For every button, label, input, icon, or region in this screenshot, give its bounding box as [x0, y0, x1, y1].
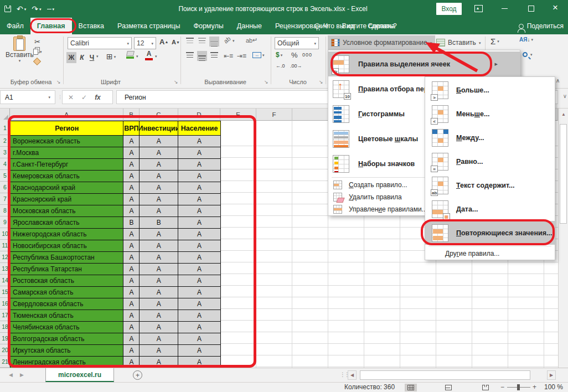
- ribbon-tab[interactable]: Вставка: [72, 18, 111, 34]
- cell-region[interactable]: Волгоградская область: [11, 333, 123, 345]
- row-header[interactable]: 11: [0, 240, 10, 251]
- cell-region[interactable]: Ростовская область: [11, 275, 123, 287]
- row-header[interactable]: 21: [0, 356, 10, 368]
- borders-button[interactable]: ⊞▾: [106, 52, 116, 61]
- row-header[interactable]: 18: [0, 321, 10, 333]
- cell-vrp[interactable]: А: [123, 310, 140, 322]
- cell-population[interactable]: А: [178, 171, 221, 182]
- cell-region[interactable]: Свердловская область: [11, 298, 123, 310]
- cell-vrp[interactable]: А: [123, 275, 140, 287]
- cell-investments[interactable]: А: [140, 264, 178, 275]
- decrease-indent-button[interactable]: ⇤≡: [224, 52, 233, 60]
- currency-format-button[interactable]: $▾: [276, 51, 282, 59]
- maximize-button[interactable]: [528, 6, 534, 12]
- cell-investments[interactable]: А: [140, 275, 178, 287]
- fill-color-caret[interactable]: ▾: [136, 54, 138, 58]
- ribbon-tab[interactable]: Главная: [30, 18, 72, 34]
- cell-investments[interactable]: А: [140, 333, 178, 345]
- scroll-up-icon[interactable]: ▲: [561, 112, 566, 117]
- menu-item-more-rules[interactable]: Другие правила...: [425, 247, 555, 260]
- row-header[interactable]: 6: [0, 182, 10, 193]
- vertical-scroll-thumb[interactable]: [560, 124, 567, 224]
- column-header[interactable]: B: [123, 109, 140, 121]
- font-name-combo[interactable]: Calibri▾: [68, 37, 132, 49]
- italic-button[interactable]: К: [78, 52, 86, 63]
- expand-formula-bar-button[interactable]: ∨: [563, 93, 567, 99]
- zoom-in-button[interactable]: +: [533, 383, 536, 391]
- align-top-button[interactable]: [185, 38, 195, 39]
- cell-investments[interactable]: В: [140, 217, 178, 229]
- save-button[interactable]: [4, 6, 11, 12]
- share-button[interactable]: Поделиться: [519, 18, 564, 34]
- undo-button[interactable]: ↶▾: [17, 5, 26, 13]
- cell-vrp[interactable]: А: [123, 264, 140, 275]
- cell-investments[interactable]: А: [140, 159, 178, 171]
- wrap-text-button[interactable]: ab↵: [246, 37, 257, 44]
- percent-format-button[interactable]: %: [291, 51, 298, 59]
- cell-region[interactable]: Самарская область: [11, 287, 123, 298]
- align-middle-button[interactable]: [197, 38, 207, 39]
- cell-region[interactable]: Республика Татарстан: [11, 264, 123, 275]
- cell-investments[interactable]: А: [140, 252, 178, 264]
- minimize-button[interactable]: [502, 8, 508, 9]
- cell-region[interactable]: Тюменская область: [11, 310, 123, 322]
- cell-region[interactable]: Новосибирская область: [11, 240, 123, 252]
- cell-population[interactable]: А: [178, 217, 221, 229]
- page-break-view-button[interactable]: [479, 384, 492, 391]
- menu-item[interactable]: Между...: [425, 126, 555, 149]
- menu-item[interactable]: ab Текст содержит...: [425, 173, 555, 197]
- cell-vrp[interactable]: А: [123, 252, 140, 264]
- cell-region-header[interactable]: Регион: [11, 121, 123, 136]
- add-sheet-button[interactable]: +: [133, 370, 142, 380]
- cell-population[interactable]: А: [178, 136, 221, 147]
- cell-investments[interactable]: А: [140, 171, 178, 182]
- cell-vrp[interactable]: А: [123, 182, 140, 194]
- decrease-font-button[interactable]: А▼: [172, 39, 180, 45]
- cell-vrp[interactable]: А: [123, 229, 140, 240]
- cell-population[interactable]: А: [178, 287, 221, 298]
- sort-filter-button[interactable]: АЯ↓▾: [519, 37, 533, 43]
- cut-button[interactable]: ✂: [34, 38, 40, 46]
- cell-population[interactable]: А: [178, 345, 221, 357]
- row-header[interactable]: 9: [0, 216, 10, 228]
- column-header[interactable]: D: [178, 109, 220, 121]
- paste-button[interactable]: Вставить ▾: [6, 37, 34, 63]
- underline-button[interactable]: Ч: [87, 52, 96, 63]
- cell-investments-header[interactable]: Инвестиции: [140, 121, 178, 136]
- cell-region[interactable]: Республика Башкортостан: [11, 252, 123, 264]
- cell-vrp[interactable]: А: [123, 194, 140, 205]
- orientation-button[interactable]: ab: [223, 35, 232, 44]
- underline-menu-caret[interactable]: ▾: [96, 54, 99, 58]
- format-painter-button[interactable]: [34, 59, 40, 64]
- row-header[interactable]: 2: [0, 135, 10, 147]
- cell-investments[interactable]: А: [140, 229, 178, 240]
- column-header[interactable]: F: [256, 109, 292, 121]
- decrease-decimal-button[interactable]: .00→: [290, 63, 302, 69]
- autosum-button[interactable]: Σ▾: [490, 37, 499, 46]
- copy-button[interactable]: ▾: [33, 49, 42, 55]
- row-header[interactable]: 13: [0, 263, 10, 275]
- cell-region[interactable]: Нижегородская область: [11, 229, 123, 240]
- cell-vrp[interactable]: А: [123, 171, 140, 182]
- ribbon-tab[interactable]: Разметка страницы: [111, 18, 187, 34]
- cell-population[interactable]: А: [178, 357, 221, 368]
- cell-investments[interactable]: А: [140, 136, 178, 147]
- insert-function-button[interactable]: fx: [95, 94, 101, 101]
- cell-population[interactable]: А: [178, 159, 221, 171]
- cell-vrp[interactable]: В: [123, 217, 140, 229]
- cell-region[interactable]: Воронежская область: [11, 136, 123, 147]
- enter-formula-button[interactable]: ✓: [81, 94, 87, 101]
- cell-population[interactable]: А: [178, 182, 221, 194]
- cell-population[interactable]: А: [178, 264, 221, 275]
- select-all-corner[interactable]: [0, 109, 10, 121]
- row-header[interactable]: 1: [0, 121, 10, 135]
- find-select-button[interactable]: ▾: [523, 52, 533, 57]
- horizontal-scroll-thumb[interactable]: [360, 370, 530, 380]
- align-bottom-button[interactable]: [209, 37, 219, 47]
- dialog-launcher-icon[interactable]: ↘: [174, 79, 178, 85]
- cell-population[interactable]: А: [178, 147, 221, 159]
- cell-investments[interactable]: А: [140, 357, 178, 368]
- cell-region[interactable]: Московская область: [11, 205, 123, 217]
- conditional-formatting-button[interactable]: Условное форматирование ▾: [328, 35, 435, 50]
- cell-population[interactable]: А: [178, 205, 221, 217]
